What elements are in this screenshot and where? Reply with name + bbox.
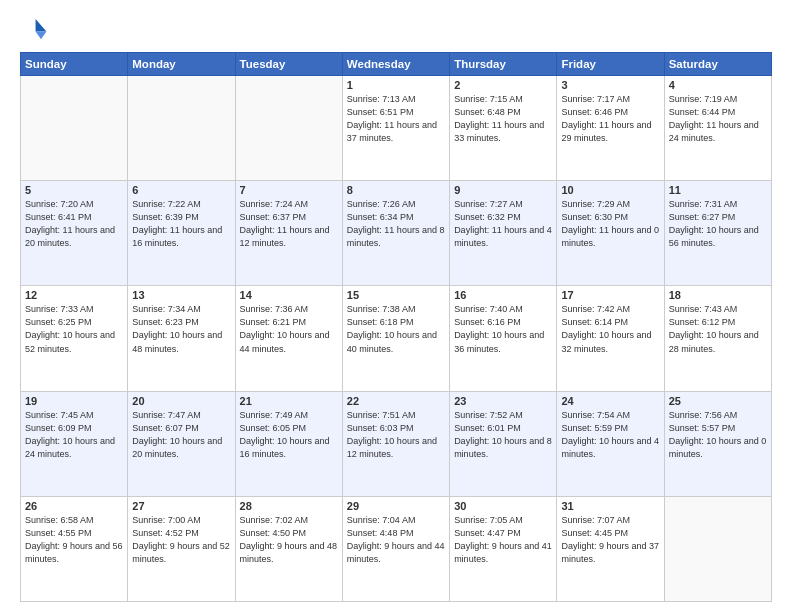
- day-info: Sunrise: 7:00 AMSunset: 4:52 PMDaylight:…: [132, 514, 230, 566]
- calendar-cell: 1Sunrise: 7:13 AMSunset: 6:51 PMDaylight…: [342, 76, 449, 181]
- day-number: 26: [25, 500, 123, 512]
- day-info: Sunrise: 7:47 AMSunset: 6:07 PMDaylight:…: [132, 409, 230, 461]
- day-number: 7: [240, 184, 338, 196]
- calendar-cell: 28Sunrise: 7:02 AMSunset: 4:50 PMDayligh…: [235, 496, 342, 601]
- calendar-cell: 24Sunrise: 7:54 AMSunset: 5:59 PMDayligh…: [557, 391, 664, 496]
- day-info: Sunrise: 7:20 AMSunset: 6:41 PMDaylight:…: [25, 198, 123, 250]
- day-number: 3: [561, 79, 659, 91]
- day-number: 24: [561, 395, 659, 407]
- day-info: Sunrise: 7:45 AMSunset: 6:09 PMDaylight:…: [25, 409, 123, 461]
- day-info: Sunrise: 7:02 AMSunset: 4:50 PMDaylight:…: [240, 514, 338, 566]
- day-info: Sunrise: 7:34 AMSunset: 6:23 PMDaylight:…: [132, 303, 230, 355]
- day-number: 25: [669, 395, 767, 407]
- calendar-cell: 7Sunrise: 7:24 AMSunset: 6:37 PMDaylight…: [235, 181, 342, 286]
- calendar-cell: 5Sunrise: 7:20 AMSunset: 6:41 PMDaylight…: [21, 181, 128, 286]
- calendar-cell: 19Sunrise: 7:45 AMSunset: 6:09 PMDayligh…: [21, 391, 128, 496]
- day-info: Sunrise: 7:26 AMSunset: 6:34 PMDaylight:…: [347, 198, 445, 250]
- calendar-cell: 23Sunrise: 7:52 AMSunset: 6:01 PMDayligh…: [450, 391, 557, 496]
- day-info: Sunrise: 7:54 AMSunset: 5:59 PMDaylight:…: [561, 409, 659, 461]
- day-number: 19: [25, 395, 123, 407]
- week-row-4: 19Sunrise: 7:45 AMSunset: 6:09 PMDayligh…: [21, 391, 772, 496]
- calendar-cell: 9Sunrise: 7:27 AMSunset: 6:32 PMDaylight…: [450, 181, 557, 286]
- day-info: Sunrise: 7:05 AMSunset: 4:47 PMDaylight:…: [454, 514, 552, 566]
- day-number: 28: [240, 500, 338, 512]
- calendar-cell: 16Sunrise: 7:40 AMSunset: 6:16 PMDayligh…: [450, 286, 557, 391]
- calendar-cell: 3Sunrise: 7:17 AMSunset: 6:46 PMDaylight…: [557, 76, 664, 181]
- calendar-cell: 12Sunrise: 7:33 AMSunset: 6:25 PMDayligh…: [21, 286, 128, 391]
- day-info: Sunrise: 7:42 AMSunset: 6:14 PMDaylight:…: [561, 303, 659, 355]
- week-row-3: 12Sunrise: 7:33 AMSunset: 6:25 PMDayligh…: [21, 286, 772, 391]
- week-row-1: 1Sunrise: 7:13 AMSunset: 6:51 PMDaylight…: [21, 76, 772, 181]
- header: [20, 16, 772, 44]
- calendar-cell: 4Sunrise: 7:19 AMSunset: 6:44 PMDaylight…: [664, 76, 771, 181]
- calendar-cell: 22Sunrise: 7:51 AMSunset: 6:03 PMDayligh…: [342, 391, 449, 496]
- calendar-cell: 6Sunrise: 7:22 AMSunset: 6:39 PMDaylight…: [128, 181, 235, 286]
- weekday-header-tuesday: Tuesday: [235, 53, 342, 76]
- day-info: Sunrise: 7:17 AMSunset: 6:46 PMDaylight:…: [561, 93, 659, 145]
- day-number: 11: [669, 184, 767, 196]
- day-info: Sunrise: 7:38 AMSunset: 6:18 PMDaylight:…: [347, 303, 445, 355]
- svg-rect-2: [22, 19, 36, 39]
- day-number: 14: [240, 289, 338, 301]
- calendar-cell: 10Sunrise: 7:29 AMSunset: 6:30 PMDayligh…: [557, 181, 664, 286]
- day-number: 16: [454, 289, 552, 301]
- day-number: 23: [454, 395, 552, 407]
- calendar-cell: 11Sunrise: 7:31 AMSunset: 6:27 PMDayligh…: [664, 181, 771, 286]
- day-info: Sunrise: 6:58 AMSunset: 4:55 PMDaylight:…: [25, 514, 123, 566]
- day-number: 30: [454, 500, 552, 512]
- day-number: 13: [132, 289, 230, 301]
- day-number: 10: [561, 184, 659, 196]
- calendar-cell: 15Sunrise: 7:38 AMSunset: 6:18 PMDayligh…: [342, 286, 449, 391]
- day-info: Sunrise: 7:31 AMSunset: 6:27 PMDaylight:…: [669, 198, 767, 250]
- day-info: Sunrise: 7:43 AMSunset: 6:12 PMDaylight:…: [669, 303, 767, 355]
- day-info: Sunrise: 7:56 AMSunset: 5:57 PMDaylight:…: [669, 409, 767, 461]
- calendar-cell: 30Sunrise: 7:05 AMSunset: 4:47 PMDayligh…: [450, 496, 557, 601]
- calendar-cell: [21, 76, 128, 181]
- day-number: 1: [347, 79, 445, 91]
- calendar-cell: 17Sunrise: 7:42 AMSunset: 6:14 PMDayligh…: [557, 286, 664, 391]
- logo: [20, 16, 52, 44]
- calendar-cell: 26Sunrise: 6:58 AMSunset: 4:55 PMDayligh…: [21, 496, 128, 601]
- day-info: Sunrise: 7:07 AMSunset: 4:45 PMDaylight:…: [561, 514, 659, 566]
- day-info: Sunrise: 7:04 AMSunset: 4:48 PMDaylight:…: [347, 514, 445, 566]
- calendar-cell: 31Sunrise: 7:07 AMSunset: 4:45 PMDayligh…: [557, 496, 664, 601]
- week-row-2: 5Sunrise: 7:20 AMSunset: 6:41 PMDaylight…: [21, 181, 772, 286]
- day-number: 9: [454, 184, 552, 196]
- day-number: 6: [132, 184, 230, 196]
- day-number: 29: [347, 500, 445, 512]
- weekday-header-row: SundayMondayTuesdayWednesdayThursdayFrid…: [21, 53, 772, 76]
- day-info: Sunrise: 7:29 AMSunset: 6:30 PMDaylight:…: [561, 198, 659, 250]
- day-info: Sunrise: 7:19 AMSunset: 6:44 PMDaylight:…: [669, 93, 767, 145]
- calendar-cell: [235, 76, 342, 181]
- day-number: 8: [347, 184, 445, 196]
- day-number: 20: [132, 395, 230, 407]
- day-info: Sunrise: 7:52 AMSunset: 6:01 PMDaylight:…: [454, 409, 552, 461]
- day-number: 17: [561, 289, 659, 301]
- calendar-cell: 29Sunrise: 7:04 AMSunset: 4:48 PMDayligh…: [342, 496, 449, 601]
- calendar-cell: 13Sunrise: 7:34 AMSunset: 6:23 PMDayligh…: [128, 286, 235, 391]
- day-info: Sunrise: 7:13 AMSunset: 6:51 PMDaylight:…: [347, 93, 445, 145]
- day-info: Sunrise: 7:36 AMSunset: 6:21 PMDaylight:…: [240, 303, 338, 355]
- day-number: 21: [240, 395, 338, 407]
- calendar: SundayMondayTuesdayWednesdayThursdayFrid…: [20, 52, 772, 602]
- logo-icon: [20, 16, 48, 44]
- day-info: Sunrise: 7:49 AMSunset: 6:05 PMDaylight:…: [240, 409, 338, 461]
- day-info: Sunrise: 7:51 AMSunset: 6:03 PMDaylight:…: [347, 409, 445, 461]
- calendar-cell: [128, 76, 235, 181]
- day-info: Sunrise: 7:22 AMSunset: 6:39 PMDaylight:…: [132, 198, 230, 250]
- weekday-header-sunday: Sunday: [21, 53, 128, 76]
- weekday-header-friday: Friday: [557, 53, 664, 76]
- day-number: 27: [132, 500, 230, 512]
- day-info: Sunrise: 7:33 AMSunset: 6:25 PMDaylight:…: [25, 303, 123, 355]
- day-number: 4: [669, 79, 767, 91]
- svg-marker-0: [36, 19, 47, 31]
- svg-marker-1: [36, 32, 47, 40]
- calendar-cell: 18Sunrise: 7:43 AMSunset: 6:12 PMDayligh…: [664, 286, 771, 391]
- day-number: 2: [454, 79, 552, 91]
- day-info: Sunrise: 7:27 AMSunset: 6:32 PMDaylight:…: [454, 198, 552, 250]
- day-number: 5: [25, 184, 123, 196]
- weekday-header-wednesday: Wednesday: [342, 53, 449, 76]
- page: SundayMondayTuesdayWednesdayThursdayFrid…: [0, 0, 792, 612]
- week-row-5: 26Sunrise: 6:58 AMSunset: 4:55 PMDayligh…: [21, 496, 772, 601]
- weekday-header-thursday: Thursday: [450, 53, 557, 76]
